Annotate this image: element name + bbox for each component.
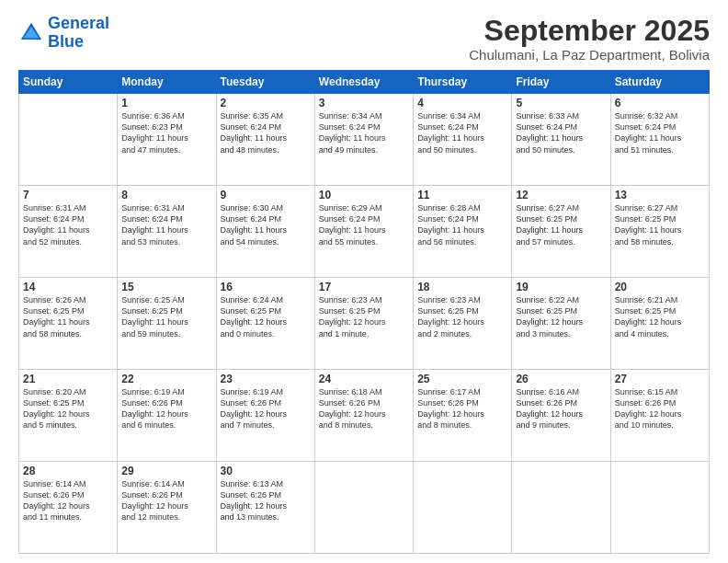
page: General Blue September 2025 Chulumani, L… xyxy=(0,0,728,563)
day-info: Sunrise: 6:18 AMSunset: 6:26 PMDaylight:… xyxy=(319,386,409,431)
day-number: 17 xyxy=(319,281,409,293)
day-number: 20 xyxy=(615,281,705,293)
day-number: 16 xyxy=(221,281,311,293)
day-number: 25 xyxy=(417,373,507,385)
day-number: 5 xyxy=(516,97,606,109)
day-info: Sunrise: 6:19 AMSunset: 6:26 PMDaylight:… xyxy=(221,386,311,431)
day-info: Sunrise: 6:19 AMSunset: 6:26 PMDaylight:… xyxy=(121,386,211,431)
col-tuesday: Tuesday xyxy=(216,71,314,94)
calendar: Sunday Monday Tuesday Wednesday Thursday… xyxy=(18,70,710,554)
calendar-body: 1Sunrise: 6:36 AMSunset: 6:23 PMDaylight… xyxy=(19,94,710,554)
col-saturday: Saturday xyxy=(610,71,709,94)
logo: General Blue xyxy=(18,15,109,52)
table-row: 3Sunrise: 6:34 AMSunset: 6:24 PMDaylight… xyxy=(314,94,413,186)
day-info: Sunrise: 6:23 AMSunset: 6:25 PMDaylight:… xyxy=(417,294,507,339)
day-number: 24 xyxy=(319,373,409,385)
table-row: 26Sunrise: 6:16 AMSunset: 6:26 PMDayligh… xyxy=(512,370,610,462)
day-info: Sunrise: 6:31 AMSunset: 6:24 PMDaylight:… xyxy=(121,202,211,247)
day-number: 26 xyxy=(516,373,606,385)
day-number: 6 xyxy=(615,97,705,109)
day-number: 19 xyxy=(516,281,606,293)
day-info: Sunrise: 6:28 AMSunset: 6:24 PMDaylight:… xyxy=(417,202,507,247)
table-row: 6Sunrise: 6:32 AMSunset: 6:24 PMDaylight… xyxy=(610,94,709,186)
table-row: 1Sunrise: 6:36 AMSunset: 6:23 PMDaylight… xyxy=(118,94,216,186)
logo-icon xyxy=(18,20,44,46)
logo-line2: Blue xyxy=(48,32,84,51)
table-row: 25Sunrise: 6:17 AMSunset: 6:26 PMDayligh… xyxy=(414,370,512,462)
day-info: Sunrise: 6:29 AMSunset: 6:24 PMDaylight:… xyxy=(319,202,409,247)
calendar-week-1: 7Sunrise: 6:31 AMSunset: 6:24 PMDaylight… xyxy=(19,186,710,278)
day-info: Sunrise: 6:35 AMSunset: 6:24 PMDaylight:… xyxy=(221,110,311,155)
day-info: Sunrise: 6:36 AMSunset: 6:23 PMDaylight:… xyxy=(121,110,211,155)
table-row: 16Sunrise: 6:24 AMSunset: 6:25 PMDayligh… xyxy=(216,278,314,370)
calendar-week-3: 21Sunrise: 6:20 AMSunset: 6:25 PMDayligh… xyxy=(19,370,710,462)
table-row: 23Sunrise: 6:19 AMSunset: 6:26 PMDayligh… xyxy=(216,370,314,462)
day-info: Sunrise: 6:23 AMSunset: 6:25 PMDaylight:… xyxy=(319,294,409,339)
day-info: Sunrise: 6:26 AMSunset: 6:25 PMDaylight:… xyxy=(23,294,113,339)
table-row: 8Sunrise: 6:31 AMSunset: 6:24 PMDaylight… xyxy=(118,186,216,278)
day-info: Sunrise: 6:16 AMSunset: 6:26 PMDaylight:… xyxy=(516,386,606,431)
day-number: 27 xyxy=(615,373,705,385)
day-info: Sunrise: 6:30 AMSunset: 6:24 PMDaylight:… xyxy=(221,202,311,247)
day-number: 28 xyxy=(23,465,113,477)
table-row: 22Sunrise: 6:19 AMSunset: 6:26 PMDayligh… xyxy=(118,370,216,462)
table-row: 19Sunrise: 6:22 AMSunset: 6:25 PMDayligh… xyxy=(512,278,610,370)
day-info: Sunrise: 6:17 AMSunset: 6:26 PMDaylight:… xyxy=(417,386,507,431)
day-number: 2 xyxy=(221,97,311,109)
table-row: 12Sunrise: 6:27 AMSunset: 6:25 PMDayligh… xyxy=(512,186,610,278)
day-number: 30 xyxy=(221,465,311,477)
table-row: 29Sunrise: 6:14 AMSunset: 6:26 PMDayligh… xyxy=(118,462,216,554)
day-number: 15 xyxy=(121,281,211,293)
day-number: 4 xyxy=(417,97,507,109)
day-number: 23 xyxy=(221,373,311,385)
table-row xyxy=(314,462,413,554)
calendar-week-2: 14Sunrise: 6:26 AMSunset: 6:25 PMDayligh… xyxy=(19,278,710,370)
day-info: Sunrise: 6:25 AMSunset: 6:25 PMDaylight:… xyxy=(121,294,211,339)
day-info: Sunrise: 6:27 AMSunset: 6:25 PMDaylight:… xyxy=(615,202,705,247)
table-row: 10Sunrise: 6:29 AMSunset: 6:24 PMDayligh… xyxy=(314,186,413,278)
header: General Blue September 2025 Chulumani, L… xyxy=(18,15,710,63)
logo-line1: General xyxy=(48,14,109,32)
day-number: 22 xyxy=(121,373,211,385)
day-info: Sunrise: 6:34 AMSunset: 6:24 PMDaylight:… xyxy=(417,110,507,155)
subtitle: Chulumani, La Paz Department, Bolivia xyxy=(469,47,710,63)
table-row: 14Sunrise: 6:26 AMSunset: 6:25 PMDayligh… xyxy=(19,278,118,370)
day-info: Sunrise: 6:24 AMSunset: 6:25 PMDaylight:… xyxy=(221,294,311,339)
table-row: 30Sunrise: 6:13 AMSunset: 6:26 PMDayligh… xyxy=(216,462,314,554)
calendar-week-0: 1Sunrise: 6:36 AMSunset: 6:23 PMDaylight… xyxy=(19,94,710,186)
table-row: 17Sunrise: 6:23 AMSunset: 6:25 PMDayligh… xyxy=(314,278,413,370)
table-row: 7Sunrise: 6:31 AMSunset: 6:24 PMDaylight… xyxy=(19,186,118,278)
day-info: Sunrise: 6:27 AMSunset: 6:25 PMDaylight:… xyxy=(516,202,606,247)
calendar-week-4: 28Sunrise: 6:14 AMSunset: 6:26 PMDayligh… xyxy=(19,462,710,554)
table-row: 11Sunrise: 6:28 AMSunset: 6:24 PMDayligh… xyxy=(414,186,512,278)
table-row: 20Sunrise: 6:21 AMSunset: 6:25 PMDayligh… xyxy=(610,278,709,370)
day-info: Sunrise: 6:14 AMSunset: 6:26 PMDaylight:… xyxy=(23,478,113,523)
table-row xyxy=(512,462,610,554)
table-row xyxy=(610,462,709,554)
day-number: 1 xyxy=(121,97,211,109)
day-number: 7 xyxy=(23,189,113,201)
day-info: Sunrise: 6:13 AMSunset: 6:26 PMDaylight:… xyxy=(221,478,311,523)
day-number: 13 xyxy=(615,189,705,201)
table-row: 18Sunrise: 6:23 AMSunset: 6:25 PMDayligh… xyxy=(414,278,512,370)
col-friday: Friday xyxy=(512,71,610,94)
month-title: September 2025 xyxy=(469,15,710,47)
day-info: Sunrise: 6:33 AMSunset: 6:24 PMDaylight:… xyxy=(516,110,606,155)
title-block: September 2025 Chulumani, La Paz Departm… xyxy=(469,15,710,63)
day-info: Sunrise: 6:14 AMSunset: 6:26 PMDaylight:… xyxy=(121,478,211,523)
table-row xyxy=(414,462,512,554)
table-row: 27Sunrise: 6:15 AMSunset: 6:26 PMDayligh… xyxy=(610,370,709,462)
table-row: 15Sunrise: 6:25 AMSunset: 6:25 PMDayligh… xyxy=(118,278,216,370)
table-row xyxy=(19,94,118,186)
day-info: Sunrise: 6:31 AMSunset: 6:24 PMDaylight:… xyxy=(23,202,113,247)
col-sunday: Sunday xyxy=(19,71,118,94)
day-number: 12 xyxy=(516,189,606,201)
table-row: 9Sunrise: 6:30 AMSunset: 6:24 PMDaylight… xyxy=(216,186,314,278)
day-number: 3 xyxy=(319,97,409,109)
day-info: Sunrise: 6:20 AMSunset: 6:25 PMDaylight:… xyxy=(23,386,113,431)
day-number: 11 xyxy=(417,189,507,201)
day-number: 9 xyxy=(221,189,311,201)
logo-text: General Blue xyxy=(48,15,109,52)
col-thursday: Thursday xyxy=(414,71,512,94)
day-number: 29 xyxy=(121,465,211,477)
